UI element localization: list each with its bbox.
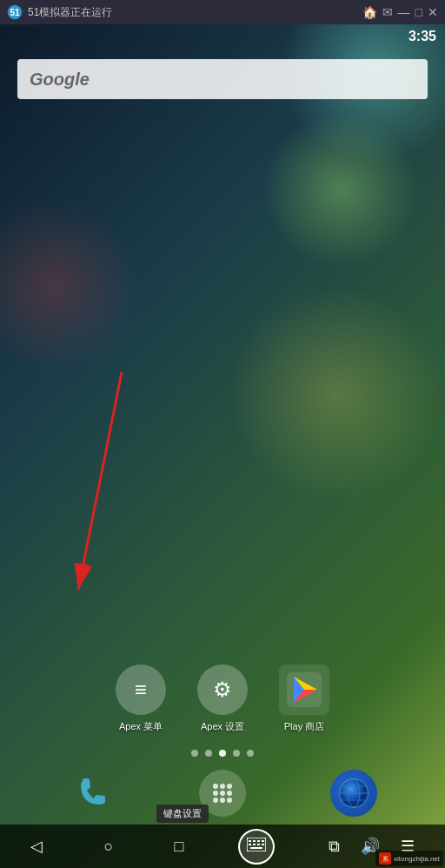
status-bar: 3:35 (0, 24, 445, 49)
svg-rect-26 (253, 840, 256, 842)
home-button[interactable]: ○ (96, 831, 120, 863)
apps-row: ≡ Apex 菜单 ⚙ Apex 设置 Play 商店 (0, 664, 445, 733)
multi-window-btn[interactable]: ⧉ (322, 831, 347, 863)
svg-rect-28 (262, 840, 264, 842)
svg-rect-31 (257, 844, 260, 845)
menu-icon: ≡ (135, 679, 147, 700)
page-dots (0, 750, 445, 757)
svg-rect-29 (249, 844, 251, 845)
apex-settings-icon[interactable]: ⚙ Apex 设置 (197, 664, 248, 733)
dot-2 (219, 750, 226, 757)
keyboard-button[interactable] (238, 829, 275, 865)
search-bar-text: Google (30, 70, 90, 90)
dot-0 (191, 750, 198, 757)
play-store-wrapper (279, 664, 329, 715)
maximize-btn[interactable]: □ (415, 6, 422, 18)
svg-point-16 (220, 798, 225, 803)
watermark-text: xitongzhijia.net (394, 855, 440, 863)
window-chrome: 51 51模拟器正在运行 🏠 ✉ — □ ✕ (0, 0, 445, 24)
recents-button[interactable]: □ (168, 831, 191, 863)
minimize-btn[interactable]: — (398, 6, 410, 18)
svg-rect-30 (253, 844, 256, 845)
bg-blob-2 (262, 111, 419, 268)
back-button[interactable]: ◁ (23, 830, 50, 863)
svg-point-9 (213, 784, 218, 789)
phone-dock-icon[interactable] (68, 770, 115, 817)
play-store-label: Play 商店 (284, 720, 324, 733)
keyboard-tooltip: 键盘设置 (156, 805, 209, 823)
apex-menu-label: Apex 菜单 (119, 720, 163, 733)
watermark: 系 xitongzhijia.net (375, 851, 443, 866)
svg-rect-27 (257, 840, 260, 842)
settings-icon: ⚙ (213, 678, 232, 702)
svg-text:51: 51 (10, 8, 20, 17)
dot-1 (205, 750, 212, 757)
dot-4 (247, 750, 254, 757)
emulator-screen: 3:35 Google ≡ Apex 菜单 ⚙ A (0, 24, 445, 868)
svg-point-15 (213, 798, 218, 803)
svg-rect-25 (249, 840, 251, 842)
svg-point-17 (227, 798, 232, 803)
bg-blob-3 (0, 198, 139, 372)
apex-menu-circle: ≡ (116, 664, 166, 715)
app-icon: 51 (7, 4, 23, 20)
red-arrow (52, 364, 156, 611)
svg-point-14 (227, 791, 232, 796)
watermark-logo: 系 (379, 852, 391, 865)
play-store-icon[interactable]: Play 商店 (279, 664, 329, 733)
status-time: 3:35 (408, 29, 436, 44)
bg-blob-4 (228, 285, 445, 503)
mail-btn[interactable]: ✉ (382, 6, 393, 18)
apex-settings-circle: ⚙ (197, 664, 248, 715)
apex-menu-icon[interactable]: ≡ Apex 菜单 (116, 664, 166, 733)
svg-rect-32 (262, 844, 264, 845)
window-title: 51模拟器正在运行 (28, 5, 362, 20)
close-btn[interactable]: ✕ (428, 6, 438, 18)
home-btn[interactable]: 🏠 (362, 6, 377, 18)
svg-point-10 (220, 784, 225, 789)
apex-settings-label: Apex 设置 (201, 720, 244, 733)
svg-point-13 (220, 791, 225, 796)
svg-rect-33 (250, 847, 262, 849)
svg-text:系: 系 (382, 856, 389, 862)
svg-point-11 (227, 784, 232, 789)
window-controls: 🏠 ✉ — □ ✕ (362, 6, 438, 18)
svg-line-3 (78, 372, 122, 590)
search-bar[interactable]: Google (17, 59, 428, 99)
dock (0, 762, 445, 825)
svg-point-12 (213, 791, 218, 796)
globe-dock-icon[interactable] (330, 770, 377, 817)
dot-3 (233, 750, 240, 757)
